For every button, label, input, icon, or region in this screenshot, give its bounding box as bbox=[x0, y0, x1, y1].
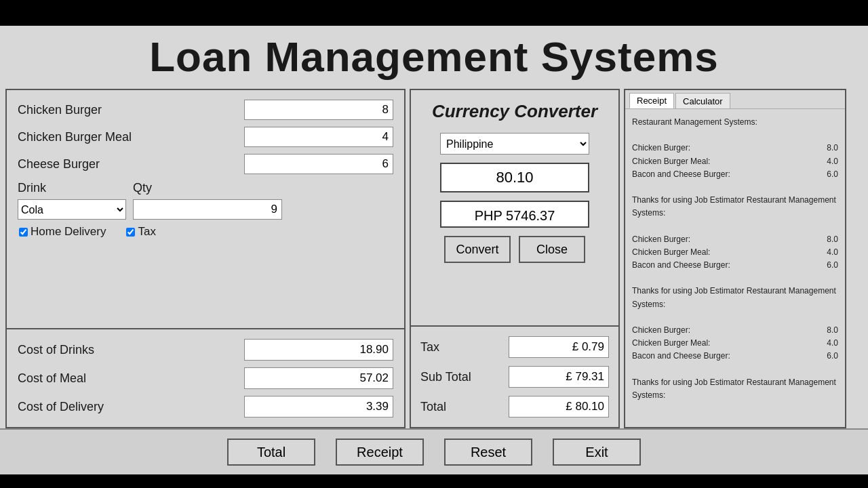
exit-button[interactable]: Exit bbox=[553, 439, 641, 466]
receipt-button[interactable]: Receipt bbox=[336, 439, 424, 466]
receipt-item-5: Chicken Burger Meal: 4.0 bbox=[632, 246, 838, 259]
converter-top: Currency Converter Philippine USD EUR GB… bbox=[411, 90, 618, 327]
receipt-item-7: Chicken Burger: 8.0 bbox=[632, 324, 838, 337]
qty-label: Qty bbox=[133, 181, 152, 195]
app: Loan Management Systems Chicken Burger C… bbox=[0, 0, 868, 488]
receipt-thanks-2: Thanks for using Job Estimator Restauran… bbox=[632, 285, 838, 310]
tax-checkbox[interactable] bbox=[126, 228, 135, 237]
chicken-burger-meal-label: Chicken Burger Meal bbox=[18, 130, 132, 144]
receipt-thanks-3: Thanks for using Job Estimator Restauran… bbox=[632, 376, 838, 402]
main-content: Chicken Burger Chicken Burger Meal Chees… bbox=[0, 89, 868, 428]
receipt-item-2: Chicken Burger Meal: 4.0 bbox=[632, 155, 838, 168]
receipt-thanks-1: Thanks for using Job Estimator Restauran… bbox=[632, 194, 838, 220]
cost-section: Cost of Drinks Cost of Meal Cost of Deli… bbox=[7, 329, 404, 427]
receipt-item-6: Bacon and Cheese Burger: 6.0 bbox=[632, 259, 838, 272]
middle-panel: Currency Converter Philippine USD EUR GB… bbox=[410, 89, 620, 428]
drink-select-row: Cola Fanta Sprite Water bbox=[18, 199, 393, 220]
drink-qty-header: Drink Qty bbox=[18, 181, 393, 195]
chicken-burger-label: Chicken Burger bbox=[18, 103, 102, 117]
total-row: Total bbox=[420, 396, 609, 418]
tabs-row: Receipt Calculator bbox=[625, 90, 845, 109]
cheese-burger-input[interactable] bbox=[244, 154, 393, 174]
app-title: Loan Management Systems bbox=[0, 33, 868, 81]
chicken-burger-meal-row: Chicken Burger Meal bbox=[18, 127, 393, 147]
receipt-content: Restaurant Management Systems: Chicken B… bbox=[625, 109, 845, 427]
tax-checkbox-label[interactable]: Tax bbox=[126, 225, 155, 239]
order-section: Chicken Burger Chicken Burger Meal Chees… bbox=[7, 90, 404, 329]
tab-calculator[interactable]: Calculator bbox=[675, 93, 730, 108]
bottom-black-bar bbox=[0, 474, 868, 488]
chicken-burger-meal-input[interactable] bbox=[244, 127, 393, 147]
converter-amount-input[interactable] bbox=[440, 163, 589, 192]
subtotal-row: Sub Total bbox=[420, 366, 609, 388]
title-area: Loan Management Systems bbox=[0, 26, 868, 89]
home-delivery-checkbox-label[interactable]: Home Delivery bbox=[19, 225, 106, 239]
converter-buttons: Convert Close bbox=[444, 236, 585, 263]
total-button[interactable]: Total bbox=[227, 439, 315, 466]
tax-section: Tax Sub Total Total bbox=[411, 327, 618, 427]
converter-result: PHP 5746.37 bbox=[440, 201, 589, 228]
checkbox-row: Home Delivery Tax bbox=[19, 225, 393, 239]
receipt-item-4: Chicken Burger: 8.0 bbox=[632, 233, 838, 246]
drink-select[interactable]: Cola Fanta Sprite Water bbox=[18, 199, 126, 220]
chicken-burger-row: Chicken Burger bbox=[18, 100, 393, 120]
cost-drinks-row: Cost of Drinks bbox=[18, 339, 393, 361]
tab-receipt[interactable]: Receipt bbox=[629, 93, 674, 108]
convert-button[interactable]: Convert bbox=[444, 236, 511, 263]
tax-input[interactable] bbox=[509, 336, 609, 358]
top-bar bbox=[0, 0, 868, 26]
chicken-burger-input[interactable] bbox=[244, 100, 393, 120]
currency-select[interactable]: Philippine USD EUR GBP JPY bbox=[440, 133, 589, 155]
cost-delivery-row: Cost of Delivery bbox=[18, 396, 393, 418]
receipt-item-3: Bacon and Cheese Burger: 6.0 bbox=[632, 168, 838, 181]
close-button[interactable]: Close bbox=[519, 236, 585, 263]
receipt-item-9: Bacon and Cheese Burger: 6.0 bbox=[632, 350, 838, 363]
converter-title: Currency Converter bbox=[432, 101, 597, 122]
cost-meal-row: Cost of Meal bbox=[18, 367, 393, 389]
reset-button[interactable]: Reset bbox=[444, 439, 532, 466]
receipt-item-1: Chicken Burger: 8.0 bbox=[632, 142, 838, 155]
total-label: Total bbox=[420, 400, 446, 414]
drink-label: Drink bbox=[18, 181, 46, 195]
tax-row: Tax bbox=[420, 336, 609, 358]
cost-drinks-input[interactable] bbox=[244, 339, 393, 361]
subtotal-input[interactable] bbox=[509, 366, 609, 388]
left-panel: Chicken Burger Chicken Burger Meal Chees… bbox=[5, 89, 406, 428]
bottom-bar: Total Receipt Reset Exit bbox=[0, 428, 868, 474]
tax-label: Tax bbox=[420, 340, 439, 354]
home-delivery-checkbox[interactable] bbox=[19, 228, 28, 237]
cost-meal-label: Cost of Meal bbox=[18, 371, 86, 386]
cheese-burger-row: Cheese Burger bbox=[18, 154, 393, 174]
subtotal-label: Sub Total bbox=[420, 370, 471, 384]
right-panel: Receipt Calculator Restaurant Management… bbox=[624, 89, 846, 428]
receipt-title: Restaurant Management Systems: bbox=[632, 116, 838, 129]
qty-input[interactable] bbox=[133, 199, 282, 220]
receipt-item-8: Chicken Burger Meal: 4.0 bbox=[632, 337, 838, 350]
cost-delivery-input[interactable] bbox=[244, 396, 393, 418]
cheese-burger-label: Cheese Burger bbox=[18, 157, 100, 171]
cost-delivery-label: Cost of Delivery bbox=[18, 400, 104, 414]
total-input[interactable] bbox=[509, 396, 609, 418]
cost-drinks-label: Cost of Drinks bbox=[18, 343, 94, 357]
cost-meal-input[interactable] bbox=[244, 367, 393, 389]
